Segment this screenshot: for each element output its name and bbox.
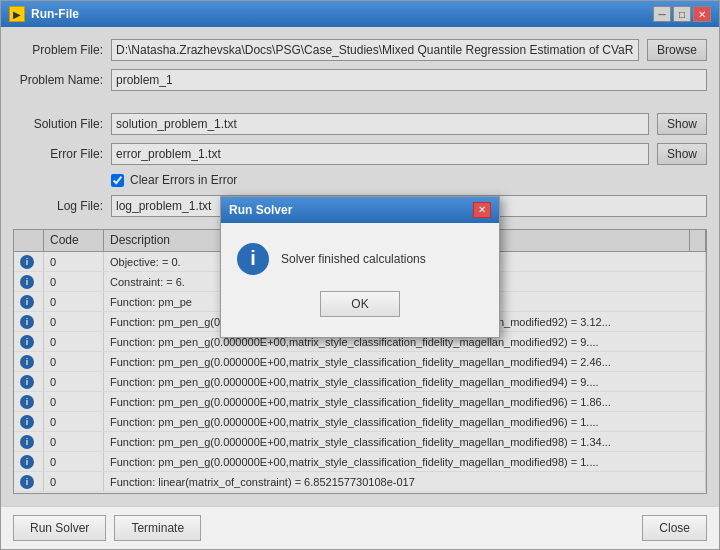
bottom-bar: Run Solver Terminate Close [1,506,719,549]
minimize-button[interactable]: ─ [653,6,671,22]
title-bar: ▶ Run-File ─ □ ✕ [1,1,719,27]
main-window: ▶ Run-File ─ □ ✕ Problem File: Browse Pr… [0,0,720,550]
terminate-button[interactable]: Terminate [114,515,201,541]
window-icon: ▶ [9,6,25,22]
title-bar-left: ▶ Run-File [9,6,79,22]
dialog-message: Solver finished calculations [281,252,426,266]
window-content: Problem File: Browse Problem Name: Solut… [1,27,719,506]
dialog-title: Run Solver [229,203,292,217]
dialog-content: i Solver finished calculations OK [221,223,499,337]
title-buttons: ─ □ ✕ [653,6,711,22]
run-solver-dialog: Run Solver ✕ i Solver finished calculati… [220,196,500,338]
window-title: Run-File [31,7,79,21]
dialog-close-button[interactable]: ✕ [473,202,491,218]
dialog-info-icon: i [237,243,269,275]
dialog-message-row: i Solver finished calculations [237,243,483,275]
close-window-button[interactable]: ✕ [693,6,711,22]
run-solver-button[interactable]: Run Solver [13,515,106,541]
dialog-ok-button[interactable]: OK [320,291,400,317]
modal-overlay: Run Solver ✕ i Solver finished calculati… [1,27,719,506]
maximize-button[interactable]: □ [673,6,691,22]
dialog-title-bar: Run Solver ✕ [221,197,499,223]
close-button[interactable]: Close [642,515,707,541]
bottom-left-buttons: Run Solver Terminate [13,515,201,541]
